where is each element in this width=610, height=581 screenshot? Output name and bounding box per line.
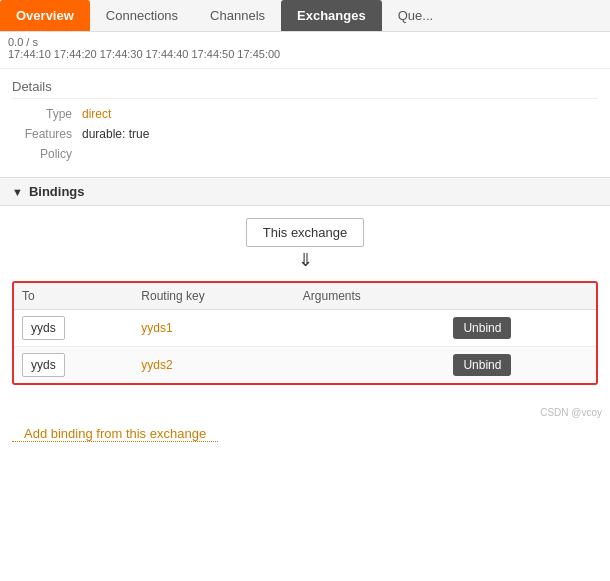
bindings-content: This exchange ⇓ To Routing key Arguments…: [0, 206, 610, 407]
tab-channels[interactable]: Channels: [194, 0, 281, 31]
queue-name-box-1: yyds: [22, 316, 65, 340]
col-header-to: To: [14, 283, 133, 310]
queue-name-box-2: yyds: [22, 353, 65, 377]
binding-to-1: yyds: [14, 310, 133, 347]
add-binding-wrapper: Add binding from this exchange: [0, 422, 610, 442]
bindings-title: Bindings: [29, 184, 85, 199]
features-text: durable: true: [82, 127, 149, 141]
tab-connections[interactable]: Connections: [90, 0, 194, 31]
down-arrow-icon: ⇓: [298, 249, 313, 271]
detail-value-type: direct: [82, 107, 111, 121]
detail-value-features: durable: true: [82, 127, 149, 141]
table-row: yyds yyds1 Unbind: [14, 310, 596, 347]
time-axis: 0.0 / s 17:44:10 17:44:20 17:44:30 17:44…: [0, 32, 610, 69]
detail-label-type: Type: [12, 107, 82, 121]
watermark: CSDN @vcoy: [0, 407, 610, 422]
details-title: Details: [12, 79, 598, 99]
col-header-arguments: Arguments: [295, 283, 446, 310]
bindings-collapse-icon[interactable]: ▼: [12, 186, 23, 198]
tab-exchanges[interactable]: Exchanges: [281, 0, 382, 31]
bindings-table-wrapper: To Routing key Arguments yyds yyds1: [12, 281, 598, 385]
binding-to-2: yyds: [14, 347, 133, 384]
unbind-button-1[interactable]: Unbind: [453, 317, 511, 339]
binding-routing-key-1: yyds1: [133, 310, 294, 347]
time-axis-line1: 0.0 / s: [8, 36, 602, 48]
detail-row-policy: Policy: [12, 147, 598, 161]
features-durable-value: true: [129, 127, 150, 141]
bindings-header[interactable]: ▼ Bindings: [0, 177, 610, 206]
tab-overview[interactable]: Overview: [0, 0, 90, 31]
add-binding-link[interactable]: Add binding from this exchange: [12, 426, 218, 442]
exchange-box: This exchange: [246, 218, 365, 247]
col-header-routing-key: Routing key: [133, 283, 294, 310]
table-row: yyds yyds2 Unbind: [14, 347, 596, 384]
binding-action-1: Unbind: [445, 310, 596, 347]
bindings-table: To Routing key Arguments yyds yyds1: [14, 283, 596, 383]
detail-label-features: Features: [12, 127, 82, 141]
binding-action-2: Unbind: [445, 347, 596, 384]
detail-row-features: Features durable: true: [12, 127, 598, 141]
exchange-box-wrapper: This exchange ⇓: [12, 218, 598, 277]
routing-key-link-1[interactable]: yyds1: [141, 321, 172, 335]
binding-arguments-2: [295, 347, 446, 384]
routing-key-link-2[interactable]: yyds2: [141, 358, 172, 372]
unbind-button-2[interactable]: Unbind: [453, 354, 511, 376]
detail-label-policy: Policy: [12, 147, 82, 161]
details-section: Details Type direct Features durable: tr…: [0, 69, 610, 177]
nav-tabs: Overview Connections Channels Exchanges …: [0, 0, 610, 32]
detail-row-type: Type direct: [12, 107, 598, 121]
binding-arguments-1: [295, 310, 446, 347]
col-header-action: [445, 283, 596, 310]
tab-queues[interactable]: Que...: [382, 0, 449, 31]
table-header-row: To Routing key Arguments: [14, 283, 596, 310]
binding-routing-key-2: yyds2: [133, 347, 294, 384]
time-axis-line2: 17:44:10 17:44:20 17:44:30 17:44:40 17:4…: [8, 48, 602, 60]
